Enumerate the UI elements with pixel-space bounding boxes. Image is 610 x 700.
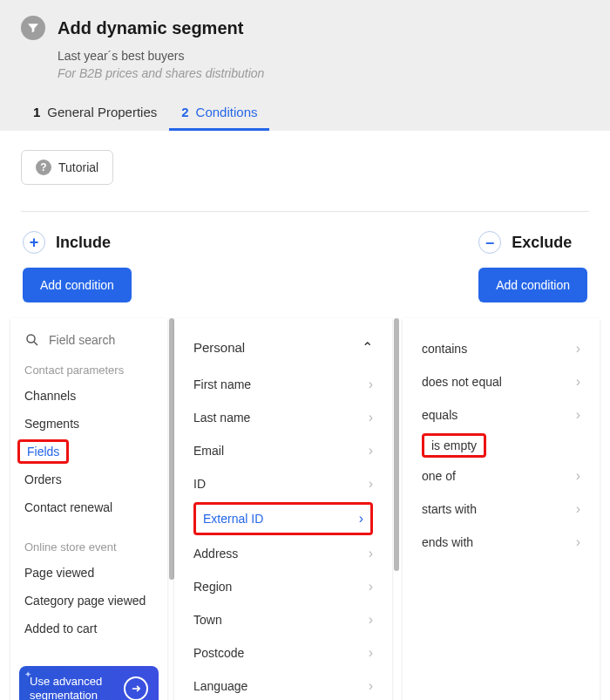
- field-first-name[interactable]: First name›: [174, 368, 392, 401]
- adv-seg-line1: Use advanced: [30, 675, 102, 688]
- chevron-right-icon: ›: [369, 579, 373, 595]
- operator-does-not-equal[interactable]: does not equal›: [403, 365, 600, 398]
- plus-icon: +: [23, 231, 45, 254]
- arrow-right-icon: ➜: [124, 676, 148, 700]
- help-icon: ?: [36, 160, 51, 175]
- group-online-store-event: Online store event: [10, 533, 167, 559]
- field-list-panel: Personal ⌃ First name› Last name› Email›…: [174, 318, 392, 700]
- chevron-right-icon: ›: [369, 443, 373, 459]
- sparkle-icon: ✦: [24, 669, 31, 679]
- search-icon: [24, 332, 40, 348]
- segment-description: For B2B prices and shares distribution: [58, 66, 589, 80]
- svg-point-0: [27, 335, 35, 343]
- tab-general-properties[interactable]: 1 General Properties: [21, 96, 169, 131]
- tutorial-button[interactable]: ? Tutorial: [21, 150, 113, 185]
- wizard-tabs: 1 General Properties 2 Conditions: [21, 96, 589, 131]
- chevron-right-icon: ›: [576, 468, 580, 484]
- field-address[interactable]: Address›: [174, 537, 392, 570]
- field-language[interactable]: Language›: [174, 669, 392, 700]
- sidebar-item-page-viewed[interactable]: Page viewed: [10, 559, 167, 587]
- chevron-right-icon: ›: [369, 546, 373, 561]
- chevron-right-icon: ›: [369, 410, 373, 425]
- segment-name: Last year´s best buyers: [58, 49, 589, 63]
- scrollbar[interactable]: [394, 318, 399, 571]
- chevron-right-icon: ›: [369, 678, 373, 694]
- tutorial-label: Tutorial: [58, 160, 98, 174]
- sidebar-item-contact-renewal[interactable]: Contact renewal: [10, 493, 167, 521]
- group-contact-parameters: Contact parameters: [10, 357, 167, 382]
- annotation-highlight: is empty: [422, 433, 486, 458]
- chevron-right-icon: ›: [576, 534, 580, 550]
- chevron-right-icon: ›: [359, 511, 363, 527]
- annotation-highlight: Fields: [17, 439, 69, 464]
- divider: [21, 211, 589, 212]
- field-region[interactable]: Region›: [174, 570, 392, 603]
- exclude-add-condition-button[interactable]: Add condition: [478, 268, 587, 302]
- chevron-right-icon: ›: [576, 407, 580, 423]
- tab-label: General Properties: [47, 105, 157, 119]
- search-input[interactable]: Field search: [49, 333, 115, 347]
- operator-equals[interactable]: equals›: [403, 398, 600, 432]
- chevron-right-icon: ›: [576, 341, 580, 357]
- sidebar-item-segments[interactable]: Segments: [10, 410, 167, 438]
- chevron-right-icon: ›: [369, 612, 373, 628]
- operator-starts-with[interactable]: starts with›: [403, 493, 600, 526]
- filter-icon: [21, 16, 45, 40]
- tab-number: 2: [181, 105, 188, 119]
- operator-is-empty[interactable]: is empty: [431, 438, 477, 452]
- advanced-segmentation-button[interactable]: ✦ Use advanced segmentation ➜ ✦: [19, 666, 159, 701]
- chevron-right-icon: ›: [369, 476, 373, 492]
- operator-one-of[interactable]: one of›: [403, 459, 600, 493]
- page-title: Add dynamic segment: [58, 18, 243, 38]
- sidebar-item-channels[interactable]: Channels: [10, 382, 167, 410]
- field-external-id[interactable]: External ID›: [203, 507, 363, 530]
- include-heading: Include: [56, 234, 111, 252]
- chevron-up-icon: ⌃: [362, 339, 373, 356]
- field-id[interactable]: ID›: [174, 467, 392, 500]
- sidebar-item-fields[interactable]: Fields: [27, 445, 59, 459]
- adv-seg-line2: segmentation: [30, 689, 98, 700]
- svg-line-1: [34, 342, 37, 345]
- chevron-right-icon: ›: [369, 645, 373, 661]
- operator-contains[interactable]: contains›: [403, 332, 600, 365]
- tab-conditions[interactable]: 2 Conditions: [169, 96, 269, 131]
- chevron-right-icon: ›: [576, 501, 580, 517]
- field-email[interactable]: Email›: [174, 434, 392, 467]
- exclude-heading: Exclude: [512, 234, 572, 252]
- field-section-personal[interactable]: Personal ⌃: [174, 332, 392, 368]
- include-add-condition-button[interactable]: Add condition: [23, 268, 132, 302]
- chevron-right-icon: ›: [576, 374, 580, 390]
- tab-label: Conditions: [196, 105, 258, 119]
- chevron-right-icon: ›: [369, 377, 373, 392]
- tab-number: 1: [33, 105, 40, 119]
- sidebar-item-orders[interactable]: Orders: [10, 466, 167, 493]
- operator-ends-with[interactable]: ends with›: [403, 526, 600, 559]
- field-last-name[interactable]: Last name›: [174, 401, 392, 434]
- field-category-panel: Field search Contact parameters Channels…: [10, 318, 167, 700]
- annotation-highlight: External ID›: [193, 502, 373, 535]
- field-postcode[interactable]: Postcode›: [174, 636, 392, 669]
- field-town[interactable]: Town›: [174, 603, 392, 636]
- sidebar-item-added-to-cart[interactable]: Added to cart: [10, 615, 167, 642]
- minus-icon: –: [478, 231, 501, 254]
- sidebar-item-category-page-viewed[interactable]: Category page viewed: [10, 587, 167, 615]
- operator-panel: contains› does not equal› equals› is emp…: [403, 318, 600, 700]
